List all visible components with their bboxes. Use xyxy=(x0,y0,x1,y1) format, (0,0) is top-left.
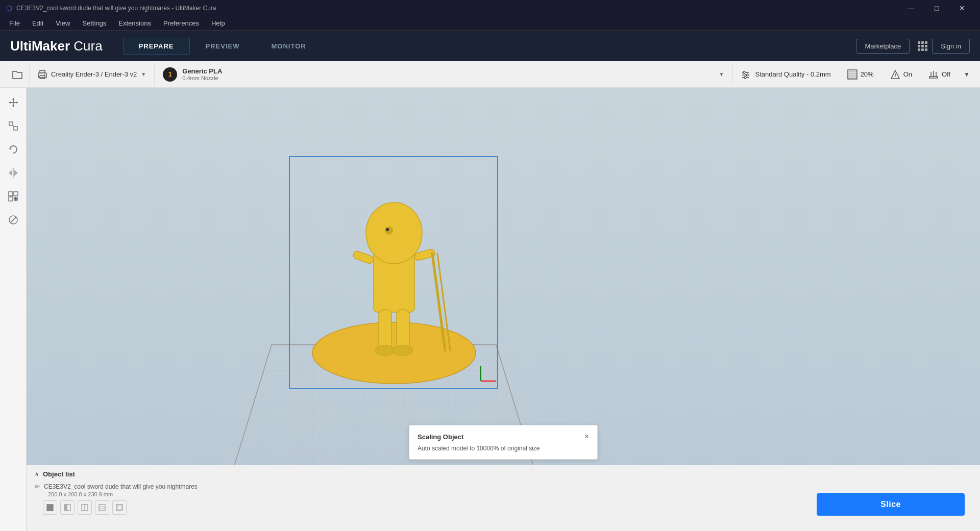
app-header: UltiMaker Cura PREPARE PREVIEW MONITOR M… xyxy=(0,31,980,61)
object-list-item: ✏ CE3E3V2_cool sword dude that will give… xyxy=(35,482,972,491)
nav-tabs: PREPARE PREVIEW MONITOR xyxy=(123,38,322,55)
printer-arrow: ▼ xyxy=(141,71,146,77)
svg-rect-62 xyxy=(64,504,67,511)
view-icon-half[interactable] xyxy=(60,500,75,515)
app-icon: ⬡ xyxy=(6,4,12,12)
menu-extensions[interactable]: Extensions xyxy=(113,17,156,29)
scale-icon xyxy=(8,120,19,132)
tab-monitor[interactable]: MONITOR xyxy=(256,38,322,55)
svg-marker-30 xyxy=(10,147,12,149)
marketplace-button[interactable]: Marketplace xyxy=(856,39,910,54)
svg-point-49 xyxy=(386,228,389,231)
view-icon-cross-section[interactable] xyxy=(78,500,92,515)
left-sidebar xyxy=(0,88,27,531)
svg-rect-65 xyxy=(99,504,105,511)
scaling-notification: Scaling Object × Auto scaled model to 10… xyxy=(409,425,598,460)
close-button[interactable]: ✕ xyxy=(950,0,974,16)
main-content: ∧ Object list ✏ CE3E3V2_cool sword dude … xyxy=(0,88,980,531)
toolbar-expand-arrow[interactable]: ▼ xyxy=(959,71,975,78)
svg-rect-2 xyxy=(40,75,45,79)
scale-tool[interactable] xyxy=(4,116,23,136)
material-arrow: ▼ xyxy=(719,71,724,77)
main-toolbar: Creality Ender-3 / Ender-3 v2 ▼ 1 Generi… xyxy=(0,61,980,88)
svg-line-41 xyxy=(10,217,16,223)
svg-point-47 xyxy=(366,203,422,264)
tab-prepare[interactable]: PREPARE xyxy=(123,38,190,55)
adhesion-section[interactable]: Off xyxy=(920,69,959,80)
svg-rect-54 xyxy=(379,310,391,350)
svg-rect-69 xyxy=(117,505,121,510)
material-selector[interactable]: 1 Generic PLA 0.4mm Nozzle ▼ xyxy=(155,63,732,86)
notification-close-button[interactable]: × xyxy=(584,433,589,441)
svg-rect-34 xyxy=(9,192,13,196)
folder-icon xyxy=(12,69,23,80)
menu-preferences[interactable]: Preferences xyxy=(158,17,204,29)
svg-marker-33 xyxy=(14,170,18,176)
edit-icon[interactable]: ✏ xyxy=(35,483,40,490)
support-section[interactable]: On xyxy=(882,69,920,80)
mirror-tool[interactable] xyxy=(4,163,23,183)
material-nozzle: 0.4mm Nozzle xyxy=(182,75,222,81)
object-item-name: CE3E3V2_cool sword dude that will give y… xyxy=(44,483,198,490)
open-folder-button[interactable] xyxy=(5,63,30,86)
app-logo: UltiMaker Cura xyxy=(10,38,103,54)
tab-preview[interactable]: PREVIEW xyxy=(190,38,256,55)
object-list-header[interactable]: ∧ Object list xyxy=(35,470,972,478)
menu-file[interactable]: File xyxy=(4,17,25,29)
svg-rect-36 xyxy=(9,197,13,201)
minimize-button[interactable]: — xyxy=(899,0,923,16)
slice-button[interactable]: Slice xyxy=(817,493,965,516)
view-icon-solid[interactable] xyxy=(43,500,57,515)
printer-selector[interactable]: Creality Ender-3 / Ender-3 v2 ▼ xyxy=(30,63,155,86)
signin-button[interactable]: Sign in xyxy=(932,39,970,54)
logo-part2: Cura xyxy=(74,38,102,54)
printer-name: Creality Ender-3 / Ender-3 v2 xyxy=(51,70,137,78)
material-number-badge: 1 xyxy=(163,67,177,82)
move-icon xyxy=(8,97,19,108)
quality-label: Standard Quality - 0.2mm xyxy=(755,70,831,78)
svg-marker-26 xyxy=(16,102,18,104)
rotate-tool[interactable] xyxy=(4,140,23,159)
support-icon xyxy=(890,69,900,80)
window-controls: — □ ✕ xyxy=(899,0,974,16)
svg-point-48 xyxy=(385,226,393,235)
3d-model xyxy=(287,154,501,394)
menu-edit[interactable]: Edit xyxy=(27,17,48,29)
settings-sliders-icon xyxy=(741,70,750,79)
support-blocker-icon xyxy=(8,214,19,225)
material-info: Generic PLA 0.4mm Nozzle xyxy=(182,67,222,81)
object-list-chevron: ∧ xyxy=(35,471,39,477)
svg-point-3 xyxy=(44,74,45,75)
svg-rect-50 xyxy=(352,250,374,265)
svg-marker-23 xyxy=(12,98,14,100)
apps-grid-icon[interactable] xyxy=(916,39,926,53)
menu-view[interactable]: View xyxy=(51,17,75,29)
quality-selector[interactable]: Standard Quality - 0.2mm xyxy=(733,63,839,86)
svg-marker-24 xyxy=(12,105,14,107)
support-value: On xyxy=(903,70,912,78)
mirror-icon xyxy=(8,167,19,179)
svg-point-5 xyxy=(743,71,745,73)
menu-help[interactable]: Help xyxy=(206,17,230,29)
printer-icon xyxy=(38,70,47,79)
header-right: Marketplace Sign in xyxy=(856,39,970,54)
infill-icon xyxy=(847,69,857,80)
view-icon-wireframe[interactable] xyxy=(95,500,109,515)
logo-part1: UltiMaker xyxy=(10,38,70,54)
titlebar: ⬡ CE3E3V2_cool sword dude that will give… xyxy=(0,0,980,16)
per-model-settings-tool[interactable] xyxy=(4,187,23,206)
viewport[interactable]: ∧ Object list ✏ CE3E3V2_cool sword dude … xyxy=(27,88,980,531)
move-tool[interactable] xyxy=(4,93,23,112)
svg-point-9 xyxy=(744,77,746,79)
menu-settings[interactable]: Settings xyxy=(77,17,111,29)
maximize-button[interactable]: □ xyxy=(925,0,948,16)
notification-title: Scaling Object xyxy=(418,433,463,441)
svg-marker-32 xyxy=(9,170,12,176)
view-icon-xray[interactable] xyxy=(112,500,127,515)
svg-rect-1 xyxy=(40,70,45,73)
material-name: Generic PLA xyxy=(182,67,222,75)
infill-section[interactable]: 20% xyxy=(839,69,882,80)
svg-rect-60 xyxy=(47,504,53,511)
support-blocker-tool[interactable] xyxy=(4,210,23,230)
svg-point-56 xyxy=(375,345,395,356)
